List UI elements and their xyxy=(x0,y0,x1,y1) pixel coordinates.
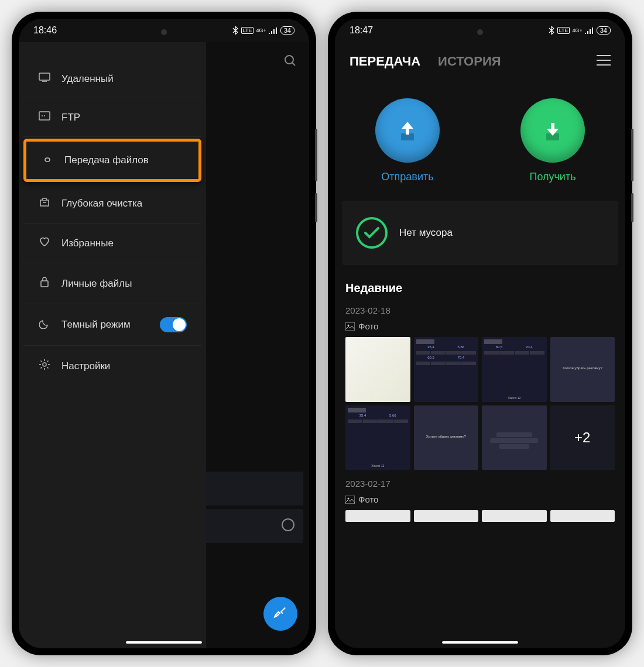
thumb-image[interactable] xyxy=(345,510,410,522)
upload-icon xyxy=(375,98,440,163)
status-time: 18:46 xyxy=(33,25,57,36)
battery-indicator: 34 xyxy=(597,26,611,35)
drawer-item-settings[interactable]: Настройки xyxy=(23,346,201,386)
svg-point-8 xyxy=(44,115,45,116)
svg-rect-10 xyxy=(41,281,48,287)
drawer-label: Избранные xyxy=(61,238,187,249)
thumb-image[interactable] xyxy=(414,510,479,522)
drawer-menu: Удаленный FTP Передача файлов Глубокая о… xyxy=(19,42,206,648)
lock-icon xyxy=(38,276,51,291)
svg-point-7 xyxy=(42,115,43,116)
search-icon[interactable] xyxy=(283,54,297,70)
status-icons: LTE 4G+ 34 xyxy=(232,26,294,35)
drawer-item-deepclean[interactable]: Глубокая очистка xyxy=(23,184,201,224)
image-icon xyxy=(345,496,355,504)
recent-title: Недавние xyxy=(345,281,615,295)
home-indicator[interactable] xyxy=(126,641,202,644)
date-label: 2023-02-18 xyxy=(345,305,615,315)
thumb-image[interactable]: 35,45,66 60,570,4 xyxy=(414,337,479,402)
photo-label: Фото xyxy=(345,321,615,331)
link-icon xyxy=(41,154,54,166)
radio-unchecked[interactable] xyxy=(282,518,294,531)
drawer-item-ftp[interactable]: FTP xyxy=(23,98,201,137)
image-icon xyxy=(345,322,355,331)
thumb-image[interactable]: 35,45,66 Xiaomi 12 xyxy=(345,405,410,470)
send-button[interactable]: Отправить xyxy=(375,98,440,183)
bluetooth-icon xyxy=(232,26,239,35)
thumb-image[interactable]: Хотите убрать рекламу? xyxy=(550,337,615,402)
drawer-item-private[interactable]: Личные файлы xyxy=(23,263,201,304)
signal-icon xyxy=(269,27,278,34)
svg-rect-9 xyxy=(40,200,49,206)
date-label: 2023-02-17 xyxy=(345,479,615,489)
svg-rect-14 xyxy=(345,322,355,331)
moon-icon xyxy=(38,318,51,332)
thumb-image[interactable]: Хотите убрать рекламу? xyxy=(414,405,479,470)
battery-indicator: 34 xyxy=(280,26,294,35)
svg-point-17 xyxy=(348,497,350,499)
drawer-item-favorites[interactable]: Избранные xyxy=(23,224,201,263)
status-time: 18:47 xyxy=(350,25,373,36)
thumb-image[interactable]: 60,570,4 Xiaomi 12 xyxy=(482,337,547,402)
drawer-label: Передача файлов xyxy=(64,154,184,166)
thumb-image[interactable] xyxy=(550,510,615,522)
more-count: +2 xyxy=(550,405,615,470)
thumb-image[interactable] xyxy=(345,337,410,402)
signal-icon xyxy=(585,27,594,34)
drawer-label: Темный режим xyxy=(61,319,149,331)
clean-status-text: Нет мусора xyxy=(399,227,453,239)
drawer-label: Глубокая очистка xyxy=(61,198,187,209)
status-icons: LTE 4G+ 34 xyxy=(548,26,611,35)
drawer-label: Личные файлы xyxy=(61,278,187,290)
photo-label: Фото xyxy=(345,494,615,504)
download-icon xyxy=(520,98,585,163)
drawer-item-transfer[interactable]: Передача файлов xyxy=(23,139,201,182)
tab-transfer[interactable]: ПЕРЕДАЧА xyxy=(350,54,420,69)
check-icon xyxy=(356,217,388,249)
thumb-image[interactable] xyxy=(482,510,547,522)
drawer-item-remote[interactable]: Удаленный xyxy=(23,60,201,98)
tab-history[interactable]: ИСТОРИЯ xyxy=(438,54,501,69)
clean-fab[interactable] xyxy=(263,597,297,631)
clean-icon xyxy=(38,197,51,210)
drawer-label: FTP xyxy=(61,112,187,123)
svg-rect-16 xyxy=(345,496,355,504)
drawer-label: Настройки xyxy=(61,360,187,372)
bluetooth-icon xyxy=(548,26,555,35)
heart-icon xyxy=(38,236,51,250)
drawer-item-darkmode[interactable]: Темный режим xyxy=(23,304,201,346)
svg-rect-5 xyxy=(39,73,50,80)
ftp-icon xyxy=(38,111,51,123)
gear-icon xyxy=(38,359,51,373)
drawer-label: Удаленный xyxy=(61,73,187,85)
svg-point-15 xyxy=(348,324,350,326)
svg-point-11 xyxy=(43,363,46,366)
darkmode-toggle[interactable] xyxy=(160,317,187,332)
thumb-image[interactable] xyxy=(482,405,547,470)
thumb-image-more[interactable]: +2 xyxy=(550,405,615,470)
clean-status-card[interactable]: Нет мусора xyxy=(342,201,618,265)
receive-label: Получить xyxy=(529,171,576,183)
receive-button[interactable]: Получить xyxy=(520,98,585,183)
display-icon xyxy=(38,73,51,85)
home-indicator[interactable] xyxy=(442,641,518,644)
send-label: Отправить xyxy=(381,171,433,183)
menu-icon[interactable] xyxy=(597,54,611,68)
svg-point-0 xyxy=(285,56,293,64)
brush-icon xyxy=(273,606,288,621)
